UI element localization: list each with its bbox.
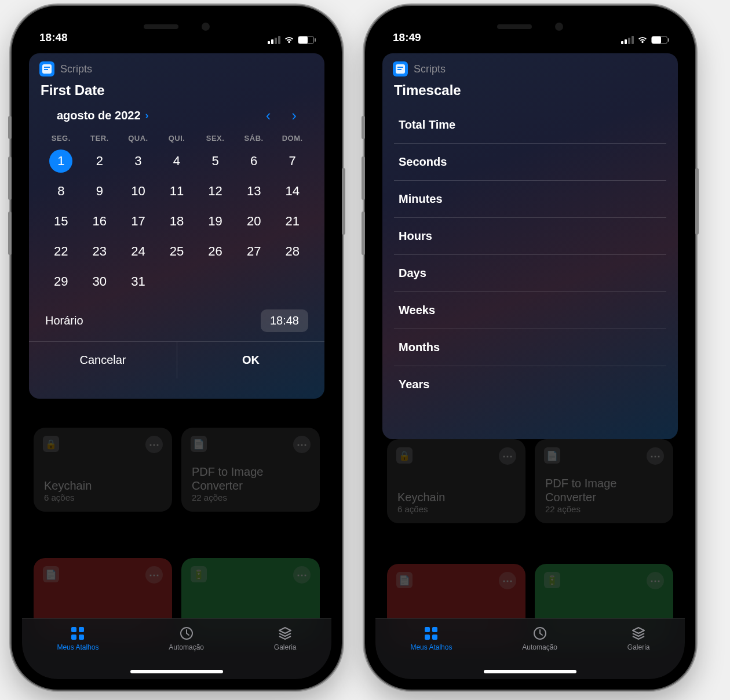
list-item[interactable]: Total Time [394,107,666,144]
more-icon[interactable]: ⋯ [145,436,163,453]
doc-icon: 📄 [191,436,207,452]
svg-rect-12 [432,627,437,632]
lock-icon: 🔒 [396,447,413,464]
calendar-day[interactable]: 22 [42,236,81,267]
calendar-day [196,267,235,297]
calendar-day[interactable]: 3 [119,146,158,176]
scripts-label: Scripts [60,63,92,75]
clock-icon [178,626,195,641]
tab-automation[interactable]: Automação [522,626,557,651]
calendar-day[interactable]: 27 [235,236,273,267]
lock-icon: 🔒 [43,436,59,452]
tab-shortcuts[interactable]: Meus Atalhos [410,626,452,651]
calendar-day[interactable]: 8 [42,176,81,206]
calendar-day[interactable]: 7 [273,146,312,176]
calendar-day[interactable]: 19 [196,206,235,236]
tile-keychain[interactable]: 🔒⋯ Keychain 6 ações [387,439,525,523]
svg-rect-6 [79,635,84,640]
more-icon[interactable]: ⋯ [499,572,516,589]
prev-month-button[interactable]: ‹ [266,107,271,125]
calendar-day [235,267,273,297]
svg-rect-3 [71,627,76,632]
calendar-day[interactable]: 28 [273,236,312,267]
more-icon[interactable]: ⋯ [293,436,311,453]
calendar-day[interactable]: 15 [42,206,81,236]
time-value[interactable]: 18:48 [261,309,308,332]
layers-icon [630,626,647,641]
tab-bar: Meus Atalhos Automação Galeria [22,618,331,679]
svg-rect-11 [425,627,430,632]
calendar-grid: SEG. TER. QUA. QUI. SEX. SÁB. DOM. 1 2 3… [29,128,324,302]
svg-rect-1 [44,67,50,68]
calendar-day[interactable]: 13 [235,176,273,206]
more-icon[interactable]: ⋯ [647,572,664,589]
calendar-day[interactable]: 1 [42,146,81,176]
list-item[interactable]: Weeks [394,292,666,329]
svg-rect-5 [71,635,76,640]
chevron-right-icon: › [145,110,149,122]
list-item[interactable]: Hours [394,218,666,255]
calendar-day[interactable]: 6 [235,146,273,176]
scripts-app-icon [393,61,408,76]
tab-gallery[interactable]: Galeria [274,626,297,651]
svg-rect-2 [44,69,48,70]
phone-left: 18:48 Converter 333 ações Dates 9 ações [12,6,342,690]
more-icon[interactable]: ⋯ [647,447,664,465]
list-item[interactable]: Days [394,255,666,292]
modal-title: First Date [29,79,324,107]
calendar-day[interactable]: 21 [273,206,312,236]
month-selector[interactable]: agosto de 2022 › [57,109,149,122]
battery-icon: 🔋 [191,566,207,582]
tile-pdf2img[interactable]: 📄⋯ PDF to Image Converter 22 ações [181,428,320,512]
calendar-day[interactable]: 16 [81,206,119,236]
calendar-day[interactable]: 11 [158,176,196,206]
home-indicator[interactable] [130,670,223,673]
tile-pdf2img[interactable]: 📄⋯ PDF to Image Converter 22 ações [535,439,673,523]
calendar-day[interactable]: 23 [81,236,119,267]
clock-icon [531,626,549,641]
phone-right: 18:49 333 ações 9 ações 🔒⋯ Keychain 6 aç… [365,6,695,690]
next-month-button[interactable]: › [291,107,297,125]
list-item[interactable]: Seconds [394,144,666,181]
more-icon[interactable]: ⋯ [145,566,163,584]
calendar-day[interactable]: 17 [119,206,158,236]
calendar-day[interactable]: 29 [42,267,81,297]
svg-rect-13 [425,635,430,640]
tab-bar: Meus Atalhos Automação Galeria [375,618,685,679]
calendar-day[interactable]: 10 [119,176,158,206]
calendar-day[interactable]: 14 [273,176,312,206]
list-item[interactable]: Minutes [394,181,666,218]
more-icon[interactable]: ⋯ [293,566,311,584]
calendar-day[interactable]: 5 [196,146,235,176]
weekday-header: SEG. TER. QUA. QUI. SEX. SÁB. DOM. [42,130,312,146]
tab-gallery[interactable]: Galeria [627,626,650,651]
ok-button[interactable]: OK [177,342,324,378]
tab-shortcuts[interactable]: Meus Atalhos [57,626,98,651]
calendar-day[interactable]: 18 [158,206,196,236]
time-label: Horário [45,314,83,327]
calendar-day[interactable]: 26 [196,236,235,267]
tab-automation[interactable]: Automação [169,626,204,651]
calendar-day[interactable]: 9 [81,176,119,206]
calendar-day[interactable]: 24 [119,236,158,267]
calendar-day[interactable]: 12 [196,176,235,206]
calendar-day[interactable]: 2 [81,146,119,176]
battery-icon: 🔋 [544,572,560,588]
list-item[interactable]: Years [394,366,666,403]
list-item[interactable]: Months [394,329,666,366]
svg-rect-4 [79,627,84,632]
scripts-label: Scripts [414,63,446,75]
modal-title: Timescale [382,79,678,107]
tile-keychain[interactable]: 🔒⋯ Keychain 6 ações [34,428,172,512]
cancel-button[interactable]: Cancelar [29,342,177,378]
calendar-day[interactable]: 4 [158,146,196,176]
calendar-day[interactable]: 30 [81,267,119,297]
calendar-day[interactable]: 31 [119,267,158,297]
home-indicator[interactable] [484,670,576,673]
timescale-list: Total Time Seconds Minutes Hours Days We… [382,107,678,403]
calendar-day[interactable]: 20 [235,206,273,236]
svg-rect-10 [397,69,402,70]
more-icon[interactable]: ⋯ [499,447,516,465]
grid-icon [69,626,86,641]
calendar-day[interactable]: 25 [158,236,196,267]
